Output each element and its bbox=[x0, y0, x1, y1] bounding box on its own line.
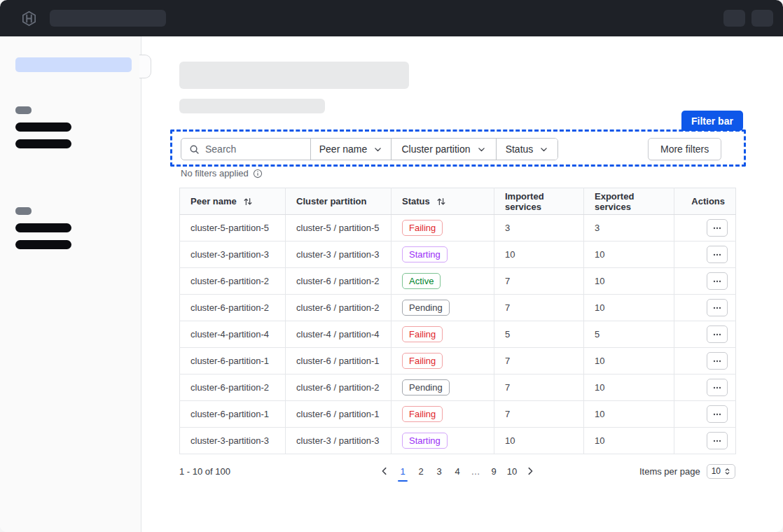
sidebar-link-skeleton[interactable] bbox=[15, 139, 71, 148]
actions-cell bbox=[674, 348, 736, 374]
column-header-label: Peer name bbox=[190, 196, 237, 206]
table-row: cluster-6-partition-2cluster-6 / partiti… bbox=[180, 295, 736, 321]
status-cell: Pending bbox=[392, 295, 494, 321]
table-row: cluster-6-partition-2cluster-6 / partiti… bbox=[180, 268, 736, 295]
page-button-4[interactable]: 4 bbox=[450, 463, 465, 479]
table-row: cluster-6-partition-1cluster-6 / partiti… bbox=[180, 401, 736, 428]
peer-name-cell: cluster-4-partition-4 bbox=[180, 321, 286, 348]
ellipsis-icon bbox=[713, 440, 721, 442]
status-cell: Failing bbox=[392, 215, 494, 241]
peer-name-filter-label: Peer name bbox=[319, 144, 367, 155]
status-badge: Failing bbox=[402, 220, 443, 236]
sidebar-link-skeleton[interactable] bbox=[15, 240, 71, 249]
row-actions-button[interactable] bbox=[707, 432, 728, 449]
status-badge: Pending bbox=[402, 300, 450, 316]
row-actions-button[interactable] bbox=[707, 299, 728, 316]
nav-button-skeleton[interactable] bbox=[751, 10, 773, 27]
actions-cell bbox=[674, 321, 736, 348]
column-header-cluster-partition: Cluster partition bbox=[286, 188, 392, 215]
more-filters-button[interactable]: More filters bbox=[648, 138, 721, 160]
next-page-button[interactable] bbox=[522, 463, 538, 479]
top-navbar bbox=[0, 0, 783, 36]
ellipsis-icon bbox=[713, 227, 721, 230]
column-header-imported-services: Imported services bbox=[494, 188, 584, 215]
nav-search-skeleton[interactable] bbox=[50, 10, 166, 27]
table-row: cluster-6-partition-1cluster-6 / partiti… bbox=[180, 348, 736, 374]
peer-name-cell: cluster-6-partition-1 bbox=[180, 348, 286, 374]
exported-services-cell: 5 bbox=[584, 321, 674, 348]
row-actions-button[interactable] bbox=[707, 405, 728, 423]
imported-services-cell: 10 bbox=[494, 428, 584, 454]
column-header-peer-name[interactable]: Peer name bbox=[180, 188, 286, 215]
status-badge: Starting bbox=[402, 433, 448, 449]
status-badge: Failing bbox=[402, 353, 443, 369]
page-button-1[interactable]: 1 bbox=[395, 463, 410, 479]
sidebar-section-label-skeleton bbox=[15, 106, 32, 114]
exported-services-cell: 10 bbox=[584, 348, 674, 374]
imported-services-cell: 3 bbox=[494, 215, 584, 241]
column-header-actions: Actions bbox=[674, 188, 736, 215]
row-actions-button[interactable] bbox=[707, 326, 728, 343]
ellipsis-icon bbox=[713, 307, 721, 309]
exported-services-cell: 10 bbox=[584, 428, 674, 454]
previous-page-button[interactable] bbox=[377, 463, 392, 479]
actions-cell bbox=[674, 268, 736, 295]
peer-name-cell: cluster-6-partition-2 bbox=[180, 295, 286, 321]
status-filter-dropdown[interactable]: Status bbox=[496, 139, 557, 160]
exported-services-cell: 10 bbox=[584, 374, 674, 401]
sidebar-link-skeleton[interactable] bbox=[15, 223, 71, 232]
column-header-label: Status bbox=[402, 196, 430, 206]
page-button-2[interactable]: 2 bbox=[413, 463, 429, 479]
cluster-partition-cell: cluster-3 / partition-3 bbox=[286, 428, 392, 454]
filter-bar: Peer name Cluster partition Status bbox=[181, 138, 558, 160]
peer-name-filter-dropdown[interactable]: Peer name bbox=[310, 139, 391, 160]
chevron-down-icon bbox=[373, 145, 382, 154]
page-title-skeleton bbox=[179, 62, 409, 89]
info-icon[interactable] bbox=[253, 169, 263, 178]
peer-name-cell: cluster-3-partition-3 bbox=[180, 241, 286, 268]
column-header-exported-services: Exported services bbox=[584, 188, 674, 215]
peer-name-cell: cluster-6-partition-2 bbox=[180, 268, 286, 295]
sidebar-active-item-skeleton[interactable] bbox=[15, 57, 132, 72]
imported-services-cell: 7 bbox=[494, 295, 584, 321]
row-actions-button[interactable] bbox=[707, 379, 728, 396]
status-cell: Failing bbox=[392, 321, 494, 348]
chevron-down-icon bbox=[477, 145, 486, 154]
row-actions-button[interactable] bbox=[707, 352, 728, 370]
status-badge: Failing bbox=[402, 406, 443, 422]
imported-services-cell: 5 bbox=[494, 321, 584, 348]
sidebar-link-skeleton[interactable] bbox=[15, 122, 71, 132]
page-button-10[interactable]: 10 bbox=[504, 463, 520, 479]
row-actions-button[interactable] bbox=[707, 272, 728, 290]
search-input[interactable] bbox=[205, 144, 300, 155]
row-actions-button[interactable] bbox=[707, 246, 728, 263]
table-row: cluster-4-partition-4cluster-4 / partiti… bbox=[180, 321, 736, 348]
chevron-down-icon bbox=[539, 145, 548, 154]
actions-cell bbox=[674, 215, 736, 241]
row-actions-button[interactable] bbox=[707, 219, 728, 237]
cluster-partition-filter-label: Cluster partition bbox=[401, 144, 470, 155]
column-header-status[interactable]: Status bbox=[392, 188, 494, 215]
pagination-range-text: 1 - 10 of 100 bbox=[179, 466, 230, 477]
search-icon bbox=[189, 144, 200, 155]
status-filter-label: Status bbox=[506, 144, 534, 155]
imported-services-cell: 7 bbox=[494, 348, 584, 374]
cluster-partition-filter-dropdown[interactable]: Cluster partition bbox=[391, 139, 496, 160]
search-field[interactable] bbox=[181, 139, 310, 160]
pagination-pages: 1234…910 bbox=[377, 463, 538, 479]
status-cell: Pending bbox=[392, 374, 494, 401]
pagination-bar: 1 - 10 of 100 1234…910 Items per page 10 bbox=[179, 461, 735, 481]
page-button-9[interactable]: 9 bbox=[486, 463, 501, 479]
status-cell: Active bbox=[392, 268, 494, 295]
page-button-3[interactable]: 3 bbox=[431, 463, 447, 479]
nav-button-skeleton[interactable] bbox=[723, 10, 745, 27]
sidebar-collapse-handle[interactable] bbox=[139, 55, 151, 78]
ellipsis-icon bbox=[713, 280, 721, 283]
column-header-label: Actions bbox=[691, 196, 725, 206]
cluster-partition-cell: cluster-3 / partition-3 bbox=[286, 241, 392, 268]
status-badge: Failing bbox=[402, 326, 443, 342]
items-per-page-select[interactable]: 10 bbox=[707, 464, 735, 479]
actions-cell bbox=[674, 428, 736, 454]
caret-updown-icon bbox=[724, 468, 730, 475]
status-cell: Failing bbox=[392, 401, 494, 428]
